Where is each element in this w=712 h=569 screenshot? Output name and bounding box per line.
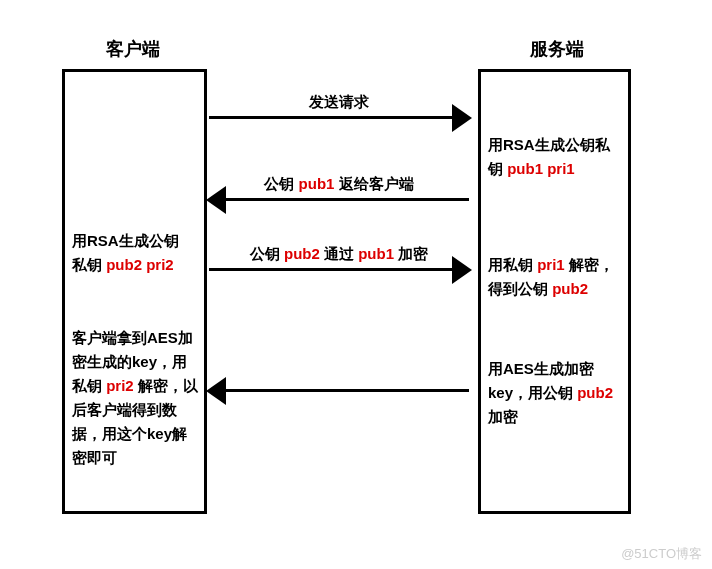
watermark: @51CTO博客 bbox=[621, 545, 702, 563]
arrow-aes-key-return bbox=[209, 389, 469, 392]
arrow-pub2-encrypt: 公钥 pub2 通过 pub1 加密 bbox=[209, 245, 469, 271]
server-aes-text: 用AES生成加密key，用公钥 pub2 加密 bbox=[488, 357, 623, 429]
server-title: 服务端 bbox=[530, 37, 584, 61]
server-decrypt-text: 用私钥 pri1 解密，得到公钥 pub2 bbox=[488, 253, 623, 301]
client-title: 客户端 bbox=[106, 37, 160, 61]
arrow-left-icon bbox=[209, 198, 469, 201]
arrow3-label: 公钥 pub2 通过 pub1 加密 bbox=[209, 245, 469, 264]
server-rsa-text: 用RSA生成公钥私钥 pub1 pri1 bbox=[488, 133, 623, 181]
arrow2-label: 公钥 pub1 返给客户端 bbox=[209, 175, 469, 194]
arrow-pub1-return: 公钥 pub1 返给客户端 bbox=[209, 175, 469, 201]
arrow-right-icon bbox=[209, 268, 469, 271]
client-aes-text: 客户端拿到AES加密生成的key，用私钥 pri2 解密，以后客户端得到数据，用… bbox=[72, 326, 202, 470]
arrow-right-icon bbox=[209, 116, 469, 119]
arrow-left-icon bbox=[209, 389, 469, 392]
arrow-send-request: 发送请求 bbox=[209, 93, 469, 119]
arrow1-label: 发送请求 bbox=[209, 93, 469, 112]
client-rsa-text: 用RSA生成公钥 私钥 pub2 pri2 bbox=[72, 229, 202, 277]
